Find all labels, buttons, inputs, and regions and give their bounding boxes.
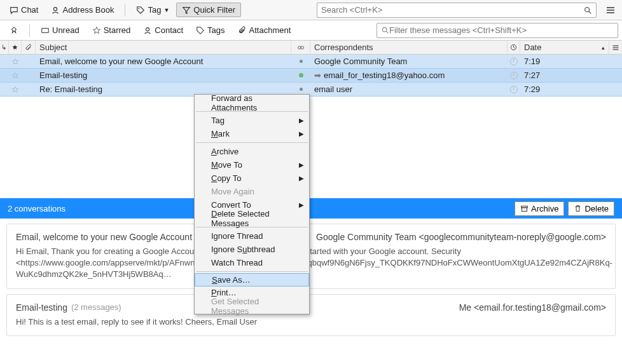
row-star-toggle[interactable]: [9, 83, 22, 96]
pin-icon: [10, 26, 18, 35]
correspondents-header-label: Correspondents: [314, 43, 373, 52]
ctx-ignore-subthread[interactable]: Ignore Subthread: [195, 243, 309, 256]
ctx-label: Move Again: [211, 187, 254, 196]
row-star-toggle[interactable]: [9, 69, 22, 82]
search-icon: [381, 26, 389, 34]
ctx-move-to-submenu[interactable]: Move To▶: [195, 158, 309, 172]
ctx-tag-submenu[interactable]: Tag▶: [195, 114, 309, 127]
ctx-move-again: Move Again: [195, 185, 309, 198]
col-received-icon-header[interactable]: [508, 41, 520, 54]
filter-tags-button[interactable]: Tags: [190, 23, 230, 37]
ctx-delete-selected[interactable]: Delete Selected Messages: [195, 212, 309, 225]
row-date: 7:19: [524, 57, 540, 66]
subject-header-label: Subject: [39, 43, 67, 52]
row-subject: Email-testing: [39, 71, 87, 80]
col-picker-button[interactable]: [609, 41, 622, 54]
filter-attachment-button[interactable]: Attachment: [232, 23, 297, 37]
ctx-label: Copy To: [211, 173, 241, 183]
col-thread-header[interactable]: ↳: [0, 41, 9, 54]
pin-filter-button[interactable]: [4, 24, 24, 37]
main-toolbar: Chat Address Book Tag ▼ Quick Filter: [0, 0, 622, 20]
ctx-label: Archive: [211, 147, 238, 156]
message-filter-search[interactable]: [377, 23, 618, 38]
ctx-copy-to-submenu[interactable]: Copy To▶: [195, 172, 309, 185]
conversation-card[interactable]: Email, welcome to your new Google Accoun…: [6, 224, 616, 289]
ctx-watch-thread[interactable]: Watch Thread: [195, 256, 309, 269]
col-attachment-header[interactable]: [22, 41, 36, 54]
row-read-toggle[interactable]: [291, 69, 310, 82]
filter-unread-button[interactable]: Unread: [35, 23, 85, 37]
submenu-arrow-icon: ▶: [299, 117, 304, 124]
address-book-button[interactable]: Address Book: [45, 3, 120, 17]
hamburger-icon: [605, 5, 616, 15]
archive-button[interactable]: Archive: [515, 201, 564, 216]
row-date: 7:29: [524, 84, 540, 94]
message-filter-input[interactable]: [389, 25, 614, 35]
ctx-label: Get Selected Messages: [211, 297, 293, 316]
svg-point-4: [146, 27, 149, 30]
search-icon: [583, 6, 592, 15]
row-correspondent: email_for_testing18@yahoo.com: [324, 71, 445, 80]
quick-filter-bar: Unread Starred Contact Tags Attachment: [0, 20, 622, 41]
message-row[interactable]: Re: Email-testing email user 7:29: [0, 83, 622, 97]
message-list-header: ↳ Subject Correspondents Date▴: [0, 41, 622, 55]
delete-label: Delete: [584, 204, 609, 213]
submenu-arrow-icon: ▶: [299, 130, 304, 137]
ctx-ignore-thread[interactable]: Ignore Thread: [195, 229, 309, 243]
clock-icon: [510, 72, 518, 79]
separator: [125, 4, 125, 17]
ctx-label: Watch Thread: [211, 258, 263, 267]
ctx-label: Mark: [211, 129, 230, 138]
dropdown-icon: ▼: [163, 7, 169, 13]
col-read-header[interactable]: [291, 41, 310, 54]
svg-rect-10: [613, 47, 619, 48]
chat-icon: [10, 6, 18, 15]
contact-label: Contact: [155, 25, 183, 35]
card-message-count: (2 messages): [71, 302, 121, 313]
col-subject-header[interactable]: Subject: [36, 41, 291, 54]
svg-rect-9: [613, 45, 619, 46]
attachment-label: Attachment: [249, 25, 291, 35]
message-row[interactable]: Email, welcome to your new Google Accoun…: [0, 55, 622, 69]
col-correspondents-header[interactable]: Correspondents: [310, 41, 508, 54]
ctx-label: Tag: [211, 116, 225, 125]
ctx-save-as[interactable]: Save As…: [195, 273, 309, 286]
card-from: Google Community Team <googlecommunityte…: [316, 232, 606, 242]
submenu-arrow-icon: ▶: [299, 201, 304, 208]
card-subject: Email-testing: [16, 302, 67, 313]
filter-contact-button[interactable]: Contact: [137, 23, 189, 37]
chat-button[interactable]: Chat: [4, 3, 44, 17]
row-star-toggle[interactable]: [9, 55, 22, 68]
tag-button[interactable]: Tag ▼: [130, 3, 175, 17]
message-row[interactable]: Email-testing ➡email_for_testing18@yahoo…: [0, 69, 622, 83]
addressbook-icon: [51, 6, 60, 15]
conversation-count-label: 2 conversations: [8, 204, 66, 213]
separator: [29, 24, 30, 37]
app-menu-button[interactable]: [603, 3, 618, 18]
global-search[interactable]: [317, 3, 597, 18]
row-correspondent: email user: [314, 84, 352, 94]
ctx-forward-attachments[interactable]: Forward as Attachments: [195, 96, 309, 109]
svg-rect-11: [613, 49, 619, 50]
chat-label: Chat: [21, 5, 38, 15]
svg-point-1: [139, 8, 140, 9]
ctx-mark-submenu[interactable]: Mark▶: [195, 127, 309, 140]
global-search-input[interactable]: [321, 5, 583, 15]
ctx-archive[interactable]: Archive: [195, 145, 309, 158]
filter-starred-button[interactable]: Starred: [86, 23, 137, 37]
clock-icon: [510, 58, 518, 65]
tag-icon: [136, 6, 145, 15]
card-body-preview: Hi! This is a test email, reply to see i…: [16, 316, 606, 328]
ctx-separator: [196, 271, 308, 272]
conversation-card[interactable]: Email-testing (2 messages) Me <email.for…: [6, 294, 616, 336]
delete-button[interactable]: Delete: [568, 201, 614, 216]
submenu-arrow-icon: ▶: [299, 161, 304, 168]
col-date-header[interactable]: Date▴: [520, 41, 609, 54]
col-star-header[interactable]: [9, 41, 22, 54]
outgoing-arrow-icon: ➡: [314, 71, 321, 80]
tags-icon: [196, 26, 205, 35]
row-read-toggle[interactable]: [291, 55, 310, 68]
starred-label: Starred: [104, 25, 131, 35]
row-subject: Re: Email-testing: [39, 84, 102, 94]
quick-filter-button[interactable]: Quick Filter: [176, 3, 241, 17]
